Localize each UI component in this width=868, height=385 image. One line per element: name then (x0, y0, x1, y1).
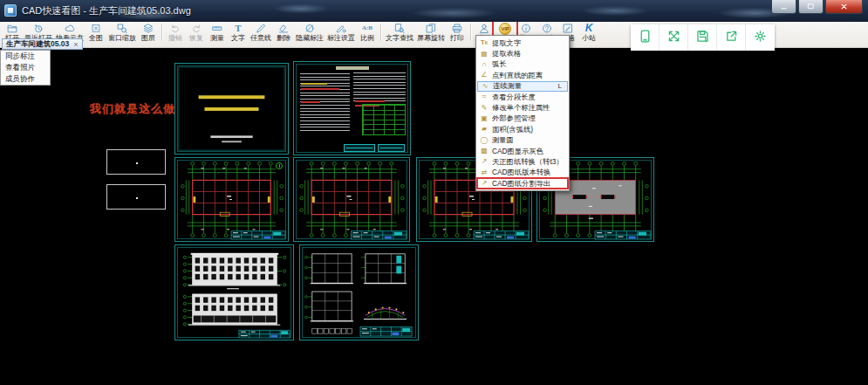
quick-menu-item[interactable]: 同步标注 (1, 51, 50, 62)
tab-quick-menu: 同步标注查看照片成员协作 (0, 50, 51, 86)
menu-item-extract-table[interactable]: ▦ 提取表格 (477, 48, 568, 58)
item-maximize[interactable] (798, 0, 824, 14)
annotation-settings-icon (334, 23, 348, 34)
menu-item-label: 外部参照管理 (492, 113, 560, 123)
ksite-icon: K (582, 23, 596, 34)
toolbar-erase[interactable]: 删除 (273, 23, 294, 42)
menu-item-label: 查看分段长度 (492, 93, 560, 102)
toolbar-full-extent[interactable]: 全图 (85, 23, 106, 42)
toolbar-separator (380, 24, 381, 41)
toolbar-button-label: 全图 (89, 34, 103, 42)
quick-menu-item[interactable]: 成员协作 (1, 73, 50, 85)
fullscreen-icon (666, 29, 681, 47)
menu-item-label: 弧长 (492, 59, 560, 69)
screenshot-tool-panel (631, 24, 775, 51)
menu-item-tianzheng-convert[interactable]: ↗ 天正图纸转换（转t3） (477, 156, 568, 167)
app-window: CAD快速看图 - 生产车间建筑05.03.dwg 打开 最近打开 快看云盘 (0, 0, 868, 385)
toolbar-scale-ratio[interactable]: A:B 比例 (357, 23, 378, 42)
share-export-icon (724, 29, 739, 47)
drawing-sections (299, 244, 419, 340)
find-text-icon (393, 23, 407, 34)
toolbar-screen-rotate[interactable]: 屏幕旋转 (415, 23, 447, 42)
toolbar-button-label: 屏幕旋转 (417, 34, 445, 42)
screen-rotate-icon (424, 23, 438, 34)
layers-icon (141, 23, 155, 34)
hide-annotation-icon (303, 23, 317, 34)
quick-menu-item[interactable]: 查看照片 (1, 62, 50, 73)
toolbar-print[interactable]: 打印 (447, 23, 468, 42)
toolbar-button-label: 文字查找 (386, 34, 413, 42)
menu-item-measure-circle[interactable]: ◯ 测量圆 (477, 135, 568, 146)
toolbar-ksite[interactable]: K 小站 (578, 23, 599, 42)
undo-icon (168, 23, 182, 34)
panel-settings-gear[interactable] (746, 24, 775, 51)
recent-clock-icon (31, 23, 45, 34)
empty-frame-rect (106, 149, 166, 175)
xref-manage-icon: ▣ (479, 114, 489, 123)
toolbar-button-label: 撤销 (168, 34, 182, 42)
minimize-icon (779, 0, 789, 15)
menu-item-segment-length[interactable]: ≈ 查看分段长度 (477, 92, 568, 102)
menu-item-extract-text[interactable]: TK 提取文字 (477, 38, 568, 48)
item-minimize[interactable] (771, 0, 796, 14)
panel-save[interactable] (688, 24, 717, 51)
toolbar-button-label: 删除 (277, 34, 290, 42)
cloud-drive-icon (63, 23, 77, 34)
menu-item-edit-annotation[interactable]: ✎ 修改单个标注属性 (477, 102, 568, 113)
extract-table-icon: ▦ (479, 50, 489, 58)
toolbar-measure[interactable]: 测量 (207, 23, 228, 42)
version-convert-icon: ⇄ (479, 168, 489, 177)
item-close[interactable] (825, 0, 863, 14)
toolbar-separator (161, 24, 162, 41)
extract-text-icon: TK (479, 38, 489, 47)
menu-item-continuous-measure[interactable]: ∿ 连续测量 L (477, 81, 568, 92)
toolbar-freehand-line[interactable]: 任意线 (249, 23, 273, 42)
toolbar-button-label: 文字 (231, 34, 245, 42)
toolbar-window-zoom[interactable]: 窗口缩放 (106, 23, 138, 42)
settings-gear-icon (753, 29, 768, 47)
panel-fullscreen[interactable] (660, 24, 688, 51)
toolbar-layers[interactable]: 图层 (138, 23, 159, 42)
menu-item-area[interactable]: ▰ 面积(含弧线) (477, 124, 568, 134)
toolbar-find-text[interactable]: 文字查找 (384, 23, 415, 42)
menu-item-point-line-distance[interactable]: ∠ 点到直线的距离 (477, 70, 568, 80)
mobile-sync-icon (638, 29, 653, 47)
drawing-canvas[interactable]: 我们就是这么做的 (0, 41, 868, 385)
point-line-distance-icon: ∠ (479, 71, 489, 79)
vip-menu: TK 提取文字 ▦ 提取表格 ∩ 弧长 ∠ 点到直线的距离 (475, 35, 570, 191)
redo-icon (189, 23, 203, 34)
document-tab[interactable]: 生产车间建筑05.03 × (2, 38, 83, 50)
toolbar-hide-annotation[interactable]: 隐藏标注 (294, 23, 325, 42)
close-icon (839, 0, 849, 15)
toolbar-text[interactable]: T 文字 (228, 23, 249, 42)
menu-item-xref-manage[interactable]: ▣ 外部参照管理 (477, 113, 568, 124)
drawing-cover-sheet (174, 63, 289, 155)
measure-circle-icon: ◯ (479, 136, 489, 145)
panel-share-export[interactable] (717, 24, 746, 51)
menu-item-arc-length[interactable]: ∩ 弧长 (477, 59, 568, 70)
toolbar-redo[interactable]: 恢复 (186, 23, 207, 42)
menu-item-label: 修改单个标注属性 (492, 103, 560, 113)
panel-mobile-sync[interactable] (631, 24, 660, 51)
menu-item-label: 连续测量 (493, 81, 556, 91)
account-icon (477, 23, 491, 34)
app-icon (4, 4, 17, 17)
help-icon (540, 23, 554, 34)
area-icon: ▰ (479, 125, 489, 134)
drawing-floor-plan-1 (174, 157, 289, 242)
menu-item-gray-display[interactable]: ▩ CAD图显示灰色 (477, 146, 568, 156)
drawing-spec-sheet (293, 61, 411, 155)
canvas-slogan-text: 我们就是这么做的 (90, 101, 188, 117)
measure-icon (210, 23, 224, 34)
toolbar-undo[interactable]: 撤销 (165, 23, 186, 42)
tab-close-icon[interactable]: × (73, 41, 78, 48)
menu-item-shortcut: L (558, 82, 562, 90)
segment-length-icon: ≈ (479, 93, 489, 101)
drawing-elevations (174, 244, 294, 340)
text-icon: T (231, 23, 245, 34)
toolbar-annotation-settings[interactable]: 标注设置 (325, 23, 357, 42)
menu-item-version-convert[interactable]: ⇄ CAD图纸版本转换 (477, 168, 568, 178)
arc-length-icon: ∩ (479, 60, 489, 69)
menu-item-split-export[interactable]: ↗ CAD图纸分割导出 (477, 178, 568, 189)
edit-annotation-icon: ✎ (479, 104, 489, 113)
